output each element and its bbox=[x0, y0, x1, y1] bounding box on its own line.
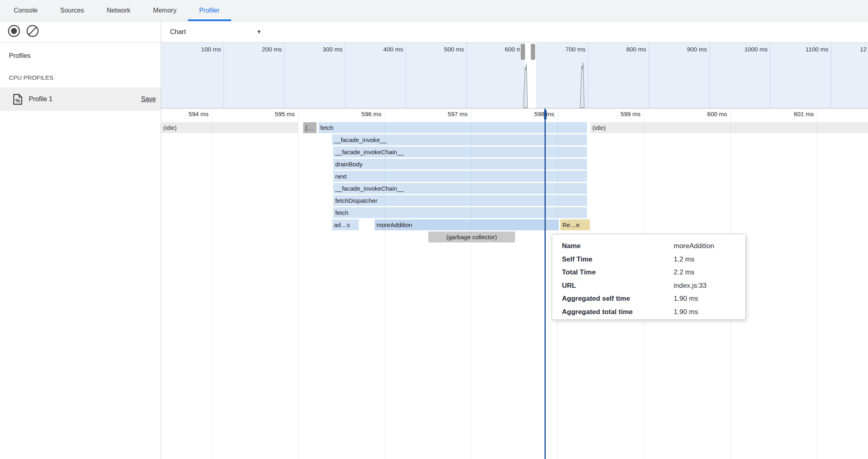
flame-block-facade-invokechain[interactable]: __facade_invokeChain__ bbox=[333, 183, 587, 194]
flame-block-next[interactable]: next bbox=[333, 171, 587, 182]
flame-gridline bbox=[817, 108, 817, 459]
clear-profiles-icon bbox=[26, 25, 39, 39]
profiles-toolbar bbox=[0, 21, 161, 42]
flame-row: next bbox=[161, 171, 868, 182]
tooltip-value: 1.90 ms bbox=[674, 292, 698, 306]
tab-sources[interactable]: Sources bbox=[49, 0, 96, 21]
record-icon bbox=[8, 25, 20, 39]
flame-row: fetchDispatcher bbox=[161, 195, 868, 206]
frame-details-tooltip: NamemoreAddition Self Time1.2 ms Total T… bbox=[552, 234, 746, 320]
flame-gridline bbox=[385, 108, 385, 459]
svg-text:%: % bbox=[15, 98, 20, 104]
ruler-tick-label: 599 ms bbox=[604, 110, 640, 117]
flame-row: (garbage collector) bbox=[161, 232, 868, 242]
tooltip-label: Aggregated self time bbox=[562, 292, 674, 306]
timeline-overview[interactable]: 100 ms200 ms300 ms400 ms500 ms600 ms700 … bbox=[161, 42, 868, 108]
flame-block-moreaddition[interactable]: moreAddition bbox=[374, 219, 559, 230]
ruler-tick-label: 600 ms bbox=[691, 110, 727, 117]
flame-block-[interactable]: (… bbox=[303, 122, 317, 133]
save-profile-link[interactable]: Save bbox=[141, 96, 156, 103]
tooltip-value: index.js:33 bbox=[674, 279, 706, 293]
flame-block-fetch[interactable]: fetch bbox=[333, 207, 587, 218]
playhead-line[interactable] bbox=[545, 108, 546, 459]
cpu-profiles-section-label: CPU PROFILES bbox=[9, 74, 161, 81]
tab-network[interactable]: Network bbox=[95, 0, 142, 21]
ruler-tick-label: 596 ms bbox=[345, 110, 381, 117]
profile-document-icon: % bbox=[13, 94, 22, 105]
profile-item-profile-1[interactable]: % Profile 1 Save bbox=[0, 87, 161, 111]
tooltip-value: moreAddition bbox=[674, 240, 714, 253]
flame-block-idle[interactable]: (idle) bbox=[590, 122, 868, 133]
flame-row: drainBody bbox=[161, 159, 868, 170]
flame-block-drainbody[interactable]: drainBody bbox=[333, 159, 587, 170]
record-button[interactable] bbox=[7, 26, 20, 38]
tab-console[interactable]: Console bbox=[2, 0, 49, 21]
tooltip-label: Name bbox=[562, 240, 674, 253]
flame-block-idle[interactable]: (idle) bbox=[161, 122, 298, 133]
tooltip-value: 1.2 ms bbox=[674, 253, 694, 266]
view-mode-select[interactable]: Chart ▼ bbox=[170, 28, 262, 36]
tooltip-label: Total Time bbox=[562, 266, 674, 279]
flame-block-facade-invoke[interactable]: __facade_invoke__ bbox=[332, 134, 587, 145]
flame-chart-area[interactable]: NamemoreAddition Self Time1.2 ms Total T… bbox=[161, 108, 868, 459]
flame-row: __facade_invokeChain__ bbox=[161, 183, 868, 194]
selection-left-handle[interactable] bbox=[521, 44, 525, 60]
tooltip-value: 1.90 ms bbox=[674, 306, 698, 319]
flame-block-garbage-collector[interactable]: (garbage collector) bbox=[428, 232, 515, 242]
flame-block-re-e[interactable]: Re…e bbox=[560, 219, 590, 230]
tab-memory[interactable]: Memory bbox=[142, 0, 188, 21]
flame-row: __facade_invokeChain__ bbox=[161, 147, 868, 157]
ruler-tick-label: 598 ms bbox=[518, 110, 554, 117]
playhead-marker[interactable] bbox=[544, 110, 547, 119]
flame-block-fetch[interactable]: fetch bbox=[318, 122, 587, 133]
flame-row: fetch bbox=[161, 207, 868, 218]
tooltip-value: 2.2 ms bbox=[674, 266, 694, 279]
ruler-tick-label: 595 ms bbox=[258, 110, 295, 117]
profile-name: Profile 1 bbox=[29, 96, 53, 103]
tooltip-label: Aggregated total time bbox=[562, 306, 674, 319]
devtools-window: Console Sources Network Memory Profiler bbox=[0, 0, 868, 459]
chevron-down-icon: ▼ bbox=[256, 29, 262, 35]
view-mode-value: Chart bbox=[170, 28, 186, 36]
flame-row: ad…smoreAdditionRe…e bbox=[161, 219, 868, 230]
flame-row: (idle)(…fetch(idle) bbox=[161, 122, 868, 133]
flame-gridline bbox=[212, 108, 212, 459]
tooltip-label: Self Time bbox=[562, 253, 674, 266]
flame-gridline bbox=[471, 108, 471, 459]
cpu-activity-spikes bbox=[161, 42, 868, 108]
clear-profiles-button[interactable] bbox=[26, 26, 39, 38]
flame-block-ad-s[interactable]: ad…s bbox=[332, 219, 359, 230]
flame-gridline bbox=[298, 108, 298, 459]
ruler-tick-label: 594 ms bbox=[172, 110, 208, 117]
tab-profiler[interactable]: Profiler bbox=[188, 0, 231, 21]
profiler-main-panel: Chart ▼ 100 ms200 ms300 ms400 ms500 ms60… bbox=[161, 21, 868, 459]
profiler-view-toolbar: Chart ▼ bbox=[161, 21, 868, 42]
tooltip-label: URL bbox=[562, 279, 674, 293]
ruler-tick-label: 597 ms bbox=[431, 110, 468, 117]
profiles-heading: Profiles bbox=[9, 52, 161, 60]
ruler-tick-label: 601 ms bbox=[777, 110, 814, 117]
flame-block-facade-invokechain[interactable]: __facade_invokeChain__ bbox=[333, 147, 587, 157]
selection-right-handle[interactable] bbox=[531, 44, 535, 60]
profiles-sidebar: Profiles CPU PROFILES % Profile 1 Save bbox=[0, 21, 161, 459]
flame-row: __facade_invoke__ bbox=[161, 134, 868, 145]
flame-block-fetchdispatcher[interactable]: fetchDispatcher bbox=[333, 195, 587, 206]
devtools-tabbar: Console Sources Network Memory Profiler bbox=[0, 0, 868, 21]
